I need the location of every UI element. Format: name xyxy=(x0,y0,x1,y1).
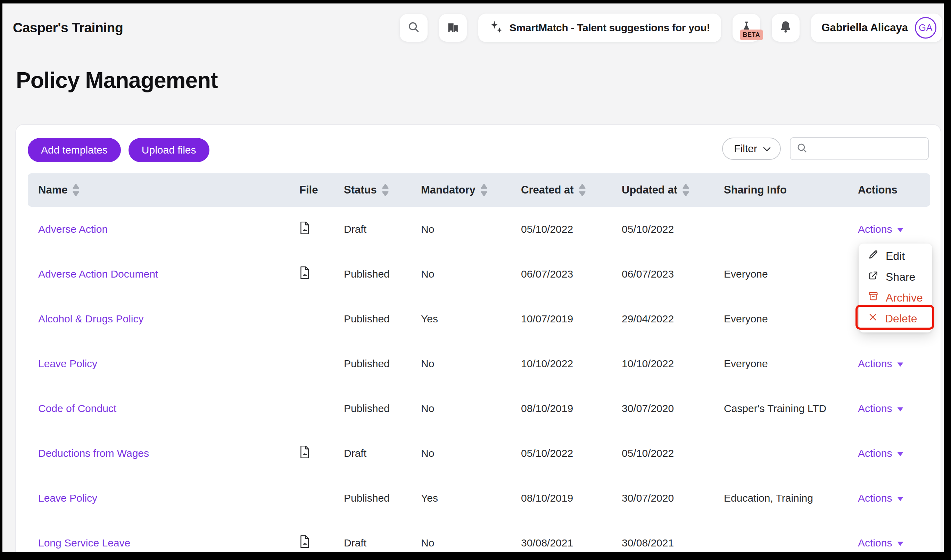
table-row: Leave Policy Published Yes 08/10/2019 30… xyxy=(28,475,930,520)
created-at-value: 08/10/2019 xyxy=(521,403,622,414)
sort-icon[interactable] xyxy=(578,183,586,197)
user-name: Gabriella Alicaya xyxy=(822,22,908,34)
sparkle-icon xyxy=(489,20,503,35)
status-value: Draft xyxy=(344,448,421,459)
table-row: Alcohol & Drugs Policy Published Yes 10/… xyxy=(28,296,930,341)
share-icon xyxy=(868,270,879,284)
sharing-info-value: Everyone xyxy=(724,268,858,280)
top-bar: Casper's Training SmartMatch - Talent su… xyxy=(0,0,951,52)
policy-name-link[interactable]: Leave Policy xyxy=(38,358,97,369)
caret-down-icon xyxy=(897,358,904,370)
sort-icon[interactable] xyxy=(682,183,690,197)
policy-name-link[interactable]: Adverse Action Document xyxy=(38,268,158,280)
policy-name-link[interactable]: Long Service Leave xyxy=(38,537,130,549)
sharing-info-value: Education, Training xyxy=(724,492,858,504)
actions-dropdown-menu: Edit Share Archive Delete xyxy=(859,243,932,332)
beta-features-button[interactable]: BETA xyxy=(732,14,760,42)
column-header-file: File xyxy=(299,184,344,196)
updated-at-value: 29/04/2022 xyxy=(622,313,724,325)
menu-item-share[interactable]: Share xyxy=(859,266,932,287)
table-body: Adverse Action Draft No 05/10/2022 05/10… xyxy=(28,207,930,560)
menu-item-delete[interactable]: Delete xyxy=(859,308,932,329)
row-actions-button[interactable]: Actions xyxy=(858,537,904,549)
user-avatar: GA xyxy=(915,17,936,38)
table-row: Adverse Action Draft No 05/10/2022 05/10… xyxy=(28,207,930,252)
column-header-updated-at: Updated at xyxy=(622,183,724,197)
x-icon xyxy=(868,312,878,325)
beta-badge: BETA xyxy=(740,29,763,40)
sort-icon[interactable] xyxy=(382,183,389,197)
sharing-info-value: Everyone xyxy=(724,313,858,325)
menu-item-archive[interactable]: Archive xyxy=(859,287,932,308)
row-actions-button[interactable]: Actions xyxy=(858,448,904,459)
column-header-sharing-info: Sharing Info xyxy=(724,184,858,196)
created-at-value: 05/10/2022 xyxy=(521,448,622,459)
mandatory-value: Yes xyxy=(421,492,521,504)
status-value: Draft xyxy=(344,223,421,235)
column-header-status: Status xyxy=(344,183,421,197)
status-value: Published xyxy=(344,492,421,504)
sharing-info-value: Everyone xyxy=(724,358,858,370)
status-value: Published xyxy=(344,268,421,280)
smartmatch-button[interactable]: SmartMatch - Talent suggestions for you! xyxy=(478,14,722,42)
page-title: Policy Management xyxy=(16,68,951,93)
table-row: Leave Policy Published No 10/10/2022 10/… xyxy=(28,341,930,386)
updated-at-value: 10/10/2022 xyxy=(622,358,724,370)
file-image-icon xyxy=(299,270,310,282)
policy-table-card: Add templates Upload files Filter Name F… xyxy=(15,124,941,560)
file-image-icon xyxy=(299,539,310,550)
pencil-icon xyxy=(868,249,879,263)
top-bar-actions: SmartMatch - Talent suggestions for you!… xyxy=(400,14,942,42)
archive-icon xyxy=(868,291,879,305)
file-image-icon xyxy=(299,225,310,237)
table-search xyxy=(790,137,929,160)
column-header-mandatory: Mandatory xyxy=(421,183,521,197)
updated-at-value: 05/10/2022 xyxy=(622,448,724,459)
sort-icon[interactable] xyxy=(480,183,488,197)
policy-name-link[interactable]: Deductions from Wages xyxy=(38,448,149,459)
filter-button[interactable]: Filter xyxy=(722,138,781,160)
table-header: Name File Status Mandatory Created at Up… xyxy=(28,173,930,207)
building-icon xyxy=(446,20,460,35)
created-at-value: 30/08/2021 xyxy=(521,537,622,549)
row-actions-button[interactable]: Actions xyxy=(858,403,904,414)
mandatory-value: No xyxy=(421,537,521,549)
add-templates-button[interactable]: Add templates xyxy=(28,138,121,162)
policy-name-link[interactable]: Adverse Action xyxy=(38,223,108,235)
row-actions-button[interactable]: Actions xyxy=(858,223,904,235)
mandatory-value: No xyxy=(421,268,521,280)
caret-down-icon xyxy=(897,448,904,459)
search-input[interactable] xyxy=(811,143,937,154)
upload-files-button[interactable]: Upload files xyxy=(129,138,209,162)
policy-name-link[interactable]: Alcohol & Drugs Policy xyxy=(38,313,143,325)
caret-down-icon xyxy=(897,492,904,504)
file-image-icon xyxy=(299,449,310,461)
updated-at-value: 30/08/2021 xyxy=(622,537,724,549)
created-at-value: 10/10/2022 xyxy=(521,358,622,370)
table-row: Long Service Leave Draft No 30/08/2021 3… xyxy=(28,520,930,560)
search-button[interactable] xyxy=(400,14,428,42)
mandatory-value: No xyxy=(421,223,521,235)
sharing-info-value: Casper's Training LTD xyxy=(724,403,858,414)
sort-icon[interactable] xyxy=(72,183,80,197)
mandatory-value: No xyxy=(421,448,521,459)
user-menu-button[interactable]: Gabriella Alicaya GA xyxy=(811,14,942,42)
table-row: Adverse Action Document Published No 06/… xyxy=(28,252,930,296)
chevron-down-icon xyxy=(763,143,771,155)
notifications-button[interactable] xyxy=(772,14,800,42)
smartmatch-label: SmartMatch - Talent suggestions for you! xyxy=(509,22,710,34)
created-at-value: 06/07/2023 xyxy=(521,268,622,280)
row-actions-button[interactable]: Actions xyxy=(858,358,904,370)
status-value: Published xyxy=(344,403,421,414)
mandatory-value: No xyxy=(421,403,521,414)
filter-label: Filter xyxy=(734,143,757,155)
organisation-button[interactable] xyxy=(439,14,467,42)
row-actions-button[interactable]: Actions xyxy=(858,492,904,504)
bell-icon xyxy=(779,20,792,35)
policy-name-link[interactable]: Code of Conduct xyxy=(38,403,116,414)
status-value: Published xyxy=(344,358,421,370)
policy-name-link[interactable]: Leave Policy xyxy=(38,492,97,504)
mandatory-value: Yes xyxy=(421,313,521,325)
menu-item-edit[interactable]: Edit xyxy=(859,246,932,266)
created-at-value: 10/07/2019 xyxy=(521,313,622,325)
